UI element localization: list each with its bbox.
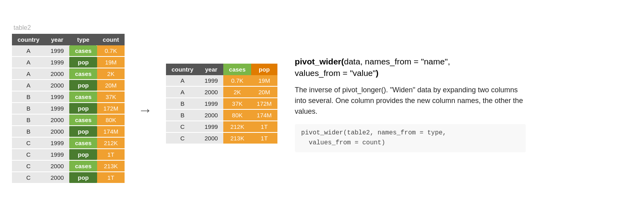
table-row: cases [69, 114, 97, 126]
table-row: C [12, 160, 45, 172]
table-row: 0.7K [97, 45, 125, 56]
main-container: table2 country year type count A 1999 ca… [12, 24, 526, 184]
table-row: A [12, 45, 45, 56]
table-row: 2000 [199, 109, 223, 121]
table-row: 1T [97, 149, 125, 160]
table-row: pop [69, 126, 97, 137]
table-row: 213K [223, 132, 251, 144]
table-row: cases [69, 91, 97, 103]
table-row: 1999 [45, 91, 69, 103]
table-row: A [12, 68, 45, 80]
right-table: country year cases pop A 1999 0.7K 19M A… [166, 64, 277, 144]
table-row: A [166, 75, 199, 86]
table-row: pop [69, 149, 97, 160]
table-row: 37K [97, 91, 125, 103]
table-row: 1999 [199, 75, 223, 86]
table-row: 2000 [45, 80, 69, 91]
table-row: 212K [97, 137, 125, 149]
table-row: A [166, 86, 199, 98]
table-row: 20M [251, 86, 277, 98]
table-row: 174M [97, 126, 125, 137]
table-row: 19M [251, 75, 277, 86]
table-row: B [12, 91, 45, 103]
table-row: 174M [251, 109, 277, 121]
table-row: 2K [97, 68, 125, 80]
description-section: pivot_wider(data, names_from = "name",va… [295, 56, 526, 152]
table-row: 172M [97, 103, 125, 114]
left-table: country year type count A 1999 cases 0.7… [12, 34, 125, 184]
table-row: 20M [97, 80, 125, 91]
col-header-cases: cases [223, 64, 251, 75]
table-row: pop [69, 172, 97, 183]
table-row: cases [69, 45, 97, 56]
table-row: B [12, 114, 45, 126]
table-row: 2000 [45, 172, 69, 183]
table-row: 2000 [45, 126, 69, 137]
table-row: 1999 [45, 137, 69, 149]
table-row: 2000 [199, 86, 223, 98]
func-name: pivot_wider( [295, 57, 344, 66]
table-label: table2 [12, 24, 31, 31]
table-row: A [12, 56, 45, 68]
function-signature: pivot_wider(data, names_from = "name",va… [295, 56, 526, 79]
col-header-country: country [12, 34, 45, 45]
table-row: B [166, 98, 199, 109]
table-row: 37K [223, 98, 251, 109]
table-row: 1T [97, 172, 125, 183]
col-header-year2: year [199, 64, 223, 75]
func-close: ) [376, 68, 379, 78]
table-row: pop [69, 80, 97, 91]
table-row: 2000 [199, 132, 223, 144]
table-row: 212K [223, 121, 251, 132]
table-row: 80K [223, 109, 251, 121]
table-row: 1T [251, 121, 277, 132]
table-row: 80K [97, 114, 125, 126]
table-row: 2000 [45, 68, 69, 80]
col-header-country2: country [166, 64, 199, 75]
right-table-section: country year cases pop A 1999 0.7K 19M A… [166, 64, 277, 144]
table-row: pop [69, 103, 97, 114]
table-row: C [12, 149, 45, 160]
table-row: B [166, 109, 199, 121]
description-body: The inverse of pivot_longer(). "Widen" d… [295, 85, 526, 117]
table-row: 213K [97, 160, 125, 172]
table-row: C [12, 172, 45, 183]
table-row: C [166, 121, 199, 132]
table-row: 1999 [45, 103, 69, 114]
table-row: 1999 [45, 56, 69, 68]
col-header-pop: pop [251, 64, 277, 75]
col-header-count: count [97, 34, 125, 45]
code-example: pivot_wider(table2, names_from = type, v… [295, 124, 526, 152]
table-row: 0.7K [223, 75, 251, 86]
table-row: B [12, 103, 45, 114]
table-row: 2000 [45, 114, 69, 126]
col-header-year: year [45, 34, 69, 45]
table-row: 172M [251, 98, 277, 109]
transform-arrow: → [138, 102, 152, 119]
table-row: 2000 [45, 160, 69, 172]
left-table-section: table2 country year type count A 1999 ca… [12, 24, 125, 184]
table-row: A [12, 80, 45, 91]
table-row: C [12, 137, 45, 149]
table-row: cases [69, 160, 97, 172]
table-row: 1T [251, 132, 277, 144]
table-row: 1999 [199, 121, 223, 132]
table-row: 1999 [45, 149, 69, 160]
table-row: cases [69, 137, 97, 149]
table-row: pop [69, 56, 97, 68]
col-header-type: type [69, 34, 97, 45]
table-row: 19M [97, 56, 125, 68]
table-row: 1999 [199, 98, 223, 109]
table-row: B [12, 126, 45, 137]
table-row: 2K [223, 86, 251, 98]
table-row: 1999 [45, 45, 69, 56]
table-row: cases [69, 68, 97, 80]
table-row: C [166, 132, 199, 144]
